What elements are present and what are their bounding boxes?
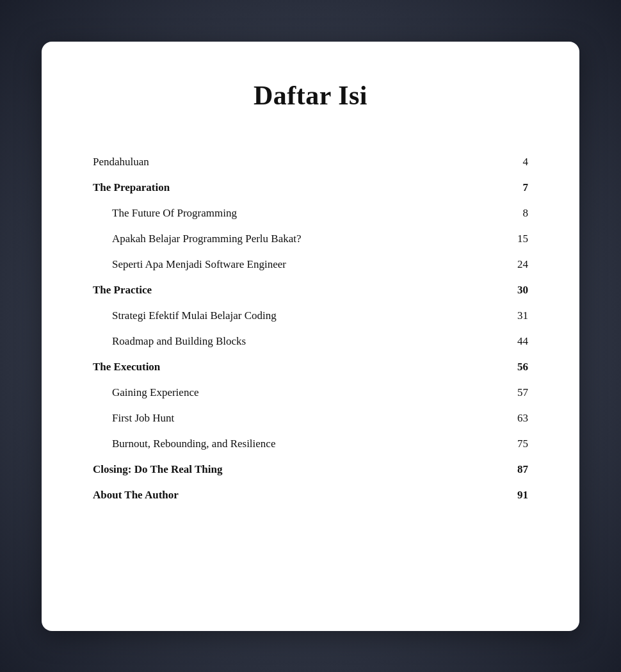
toc-label-gaining-experience: Gaining Experience: [93, 386, 198, 399]
toc-page-first-job-hunt: 63: [509, 412, 528, 425]
toc-item-burnout: Burnout, Rebounding, and Resilience75: [93, 431, 528, 457]
toc-page-the-preparation: 7: [509, 181, 528, 194]
toc-item-roadmap: Roadmap and Building Blocks44: [93, 329, 528, 354]
toc-item-gaining-experience: Gaining Experience57: [93, 380, 528, 406]
toc-item-pendahuluan: Pendahuluan4: [93, 149, 528, 175]
page-container: Daftar Isi Pendahuluan4The Preparation7T…: [42, 42, 579, 631]
toc-page-apakah-belajar: 15: [509, 233, 528, 245]
toc-page-the-practice: 30: [509, 284, 528, 297]
toc-label-about-the-author: About The Author: [93, 489, 179, 502]
toc-label-future-of-programming: The Future Of Programming: [93, 207, 237, 220]
toc-item-the-preparation: The Preparation7: [93, 175, 528, 201]
page-title: Daftar Isi: [93, 80, 528, 111]
toc-list: Pendahuluan4The Preparation7The Future O…: [93, 149, 528, 508]
toc-page-about-the-author: 91: [509, 489, 528, 502]
toc-page-the-execution: 56: [509, 361, 528, 373]
toc-label-strategi: Strategi Efektif Mulai Belajar Coding: [93, 309, 277, 322]
toc-item-future-of-programming: The Future Of Programming8: [93, 201, 528, 226]
toc-item-about-the-author: About The Author91: [93, 482, 528, 508]
toc-item-strategi: Strategi Efektif Mulai Belajar Coding31: [93, 303, 528, 329]
toc-page-pendahuluan: 4: [509, 156, 528, 168]
toc-label-closing: Closing: Do The Real Thing: [93, 463, 222, 476]
toc-page-strategi: 31: [509, 309, 528, 322]
toc-label-pendahuluan: Pendahuluan: [93, 156, 149, 168]
toc-label-the-preparation: The Preparation: [93, 181, 170, 194]
toc-page-closing: 87: [509, 463, 528, 476]
toc-label-seperti-apa: Seperti Apa Menjadi Software Engineer: [93, 258, 286, 271]
toc-page-burnout: 75: [509, 438, 528, 450]
toc-page-future-of-programming: 8: [509, 207, 528, 220]
toc-page-gaining-experience: 57: [509, 386, 528, 399]
toc-label-first-job-hunt: First Job Hunt: [93, 412, 174, 425]
toc-item-the-execution: The Execution56: [93, 354, 528, 380]
toc-item-closing: Closing: Do The Real Thing87: [93, 457, 528, 482]
toc-page-seperti-apa: 24: [509, 258, 528, 271]
toc-label-burnout: Burnout, Rebounding, and Resilience: [93, 438, 275, 450]
toc-label-apakah-belajar: Apakah Belajar Programming Perlu Bakat?: [93, 233, 302, 245]
toc-item-the-practice: The Practice30: [93, 277, 528, 303]
toc-label-the-execution: The Execution: [93, 361, 160, 373]
toc-label-roadmap: Roadmap and Building Blocks: [93, 335, 246, 348]
toc-item-apakah-belajar: Apakah Belajar Programming Perlu Bakat?1…: [93, 226, 528, 252]
toc-item-seperti-apa: Seperti Apa Menjadi Software Engineer24: [93, 252, 528, 277]
toc-page-roadmap: 44: [509, 335, 528, 348]
toc-label-the-practice: The Practice: [93, 284, 152, 297]
toc-item-first-job-hunt: First Job Hunt63: [93, 406, 528, 431]
